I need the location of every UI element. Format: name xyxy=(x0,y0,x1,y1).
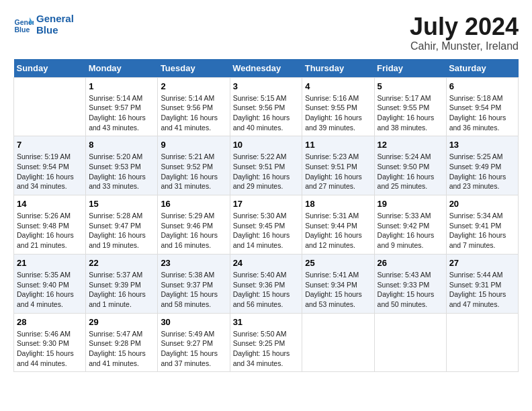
day-info: Sunrise: 5:18 AMSunset: 9:54 PMDaylight:… xyxy=(449,93,515,133)
calendar-cell: 20Sunrise: 5:34 AMSunset: 9:41 PMDayligh… xyxy=(446,195,518,255)
day-info: Sunrise: 5:35 AMSunset: 9:40 PMDaylight:… xyxy=(17,270,83,310)
month-year: July 2024 xyxy=(410,13,519,40)
day-number: 1 xyxy=(89,81,154,91)
calendar-table: SundayMondayTuesdayWednesdayThursdayFrid… xyxy=(13,59,519,373)
day-info: Sunrise: 5:47 AMSunset: 9:28 PMDaylight:… xyxy=(89,329,154,369)
day-number: 20 xyxy=(449,199,515,209)
day-info: Sunrise: 5:16 AMSunset: 9:55 PMDaylight:… xyxy=(305,93,371,133)
calendar-cell: 8Sunrise: 5:20 AMSunset: 9:53 PMDaylight… xyxy=(86,136,158,195)
day-number: 5 xyxy=(378,81,443,91)
day-info: Sunrise: 5:30 AMSunset: 9:45 PMDaylight:… xyxy=(233,211,300,250)
calendar-week-row: 7Sunrise: 5:19 AMSunset: 9:54 PMDaylight… xyxy=(14,136,519,195)
day-info: Sunrise: 5:14 AMSunset: 9:56 PMDaylight:… xyxy=(161,93,226,133)
calendar-cell: 18Sunrise: 5:31 AMSunset: 9:44 PMDayligh… xyxy=(302,195,374,255)
day-info: Sunrise: 5:38 AMSunset: 9:37 PMDaylight:… xyxy=(161,270,226,310)
day-info: Sunrise: 5:14 AMSunset: 9:57 PMDaylight:… xyxy=(89,93,154,133)
calendar-week-row: 14Sunrise: 5:26 AMSunset: 9:48 PMDayligh… xyxy=(14,195,519,255)
day-number: 6 xyxy=(449,81,515,91)
calendar-cell: 31Sunrise: 5:50 AMSunset: 9:25 PMDayligh… xyxy=(230,313,302,372)
calendar-cell: 14Sunrise: 5:26 AMSunset: 9:48 PMDayligh… xyxy=(14,195,86,255)
day-info: Sunrise: 5:46 AMSunset: 9:30 PMDaylight:… xyxy=(17,329,83,369)
day-info: Sunrise: 5:24 AMSunset: 9:50 PMDaylight:… xyxy=(378,152,443,191)
calendar-cell: 25Sunrise: 5:41 AMSunset: 9:34 PMDayligh… xyxy=(302,254,374,313)
title-area: July 2024 Cahir, Munster, Ireland xyxy=(410,13,519,52)
calendar-cell: 12Sunrise: 5:24 AMSunset: 9:50 PMDayligh… xyxy=(374,136,446,195)
calendar-cell: 13Sunrise: 5:25 AMSunset: 9:49 PMDayligh… xyxy=(446,136,518,195)
day-number: 10 xyxy=(233,140,300,150)
calendar-cell: 27Sunrise: 5:44 AMSunset: 9:31 PMDayligh… xyxy=(446,254,518,313)
logo-general: General xyxy=(36,13,74,25)
day-number: 13 xyxy=(449,140,515,150)
weekday-header: Tuesday xyxy=(158,59,230,78)
day-info: Sunrise: 5:37 AMSunset: 9:39 PMDaylight:… xyxy=(89,270,154,310)
day-info: Sunrise: 5:26 AMSunset: 9:48 PMDaylight:… xyxy=(17,211,83,250)
logo: General Blue General Blue xyxy=(13,13,74,36)
calendar-cell: 17Sunrise: 5:30 AMSunset: 9:45 PMDayligh… xyxy=(230,195,302,255)
day-number: 24 xyxy=(233,258,300,268)
day-number: 16 xyxy=(161,199,226,209)
day-info: Sunrise: 5:50 AMSunset: 9:25 PMDaylight:… xyxy=(233,329,300,369)
calendar-cell: 22Sunrise: 5:37 AMSunset: 9:39 PMDayligh… xyxy=(86,254,158,313)
day-number: 11 xyxy=(305,140,371,150)
day-info: Sunrise: 5:40 AMSunset: 9:36 PMDaylight:… xyxy=(233,270,300,310)
calendar-cell: 24Sunrise: 5:40 AMSunset: 9:36 PMDayligh… xyxy=(230,254,302,313)
calendar-cell: 26Sunrise: 5:43 AMSunset: 9:33 PMDayligh… xyxy=(374,254,446,313)
calendar-cell: 16Sunrise: 5:29 AMSunset: 9:46 PMDayligh… xyxy=(158,195,230,255)
day-number: 27 xyxy=(449,258,515,268)
day-number: 4 xyxy=(305,81,371,91)
day-info: Sunrise: 5:44 AMSunset: 9:31 PMDaylight:… xyxy=(449,270,515,310)
day-info: Sunrise: 5:22 AMSunset: 9:51 PMDaylight:… xyxy=(233,152,300,191)
day-number: 19 xyxy=(378,199,443,209)
calendar-week-row: 1Sunrise: 5:14 AMSunset: 9:57 PMDaylight… xyxy=(14,77,519,136)
calendar-cell: 11Sunrise: 5:23 AMSunset: 9:51 PMDayligh… xyxy=(302,136,374,195)
logo-icon: General Blue xyxy=(13,15,34,35)
calendar-cell: 7Sunrise: 5:19 AMSunset: 9:54 PMDaylight… xyxy=(14,136,86,195)
day-number: 31 xyxy=(233,317,300,327)
day-number: 7 xyxy=(17,140,83,150)
calendar-cell: 1Sunrise: 5:14 AMSunset: 9:57 PMDaylight… xyxy=(86,77,158,136)
weekday-header: Wednesday xyxy=(230,59,302,78)
header: General Blue General Blue July 2024 Cahi… xyxy=(13,13,519,52)
day-number: 2 xyxy=(161,81,226,91)
day-info: Sunrise: 5:20 AMSunset: 9:53 PMDaylight:… xyxy=(89,152,154,191)
day-number: 9 xyxy=(161,140,226,150)
logo-blue: Blue xyxy=(36,25,74,36)
calendar-cell: 19Sunrise: 5:33 AMSunset: 9:42 PMDayligh… xyxy=(374,195,446,255)
calendar-week-row: 28Sunrise: 5:46 AMSunset: 9:30 PMDayligh… xyxy=(14,313,519,372)
day-number: 15 xyxy=(89,199,154,209)
day-number: 23 xyxy=(161,258,226,268)
day-info: Sunrise: 5:25 AMSunset: 9:49 PMDaylight:… xyxy=(449,152,515,191)
day-number: 18 xyxy=(305,199,371,209)
calendar-cell: 30Sunrise: 5:49 AMSunset: 9:27 PMDayligh… xyxy=(158,313,230,372)
calendar-cell: 3Sunrise: 5:15 AMSunset: 9:56 PMDaylight… xyxy=(230,77,302,136)
day-info: Sunrise: 5:43 AMSunset: 9:33 PMDaylight:… xyxy=(378,270,443,310)
day-info: Sunrise: 5:28 AMSunset: 9:47 PMDaylight:… xyxy=(89,211,154,250)
weekday-header: Friday xyxy=(374,59,446,78)
svg-text:Blue: Blue xyxy=(15,25,30,33)
calendar-week-row: 21Sunrise: 5:35 AMSunset: 9:40 PMDayligh… xyxy=(14,254,519,313)
day-info: Sunrise: 5:49 AMSunset: 9:27 PMDaylight:… xyxy=(161,329,226,369)
day-info: Sunrise: 5:33 AMSunset: 9:42 PMDaylight:… xyxy=(378,211,443,250)
weekday-header: Thursday xyxy=(302,59,374,78)
calendar-cell: 10Sunrise: 5:22 AMSunset: 9:51 PMDayligh… xyxy=(230,136,302,195)
day-number: 29 xyxy=(89,317,154,327)
day-info: Sunrise: 5:21 AMSunset: 9:52 PMDaylight:… xyxy=(161,152,226,191)
day-number: 12 xyxy=(378,140,443,150)
day-number: 22 xyxy=(89,258,154,268)
calendar-cell xyxy=(14,77,86,136)
day-info: Sunrise: 5:15 AMSunset: 9:56 PMDaylight:… xyxy=(233,93,300,133)
day-number: 30 xyxy=(161,317,226,327)
day-info: Sunrise: 5:31 AMSunset: 9:44 PMDaylight:… xyxy=(305,211,371,250)
calendar-cell xyxy=(446,313,518,372)
calendar-cell xyxy=(302,313,374,372)
weekday-header: Sunday xyxy=(14,59,86,78)
day-number: 3 xyxy=(233,81,300,91)
day-info: Sunrise: 5:19 AMSunset: 9:54 PMDaylight:… xyxy=(17,152,83,191)
header-row: SundayMondayTuesdayWednesdayThursdayFrid… xyxy=(14,59,519,78)
calendar-cell: 28Sunrise: 5:46 AMSunset: 9:30 PMDayligh… xyxy=(14,313,86,372)
day-number: 28 xyxy=(17,317,83,327)
day-info: Sunrise: 5:34 AMSunset: 9:41 PMDaylight:… xyxy=(449,211,515,250)
weekday-header: Saturday xyxy=(446,59,518,78)
weekday-header: Monday xyxy=(86,59,158,78)
day-number: 8 xyxy=(89,140,154,150)
